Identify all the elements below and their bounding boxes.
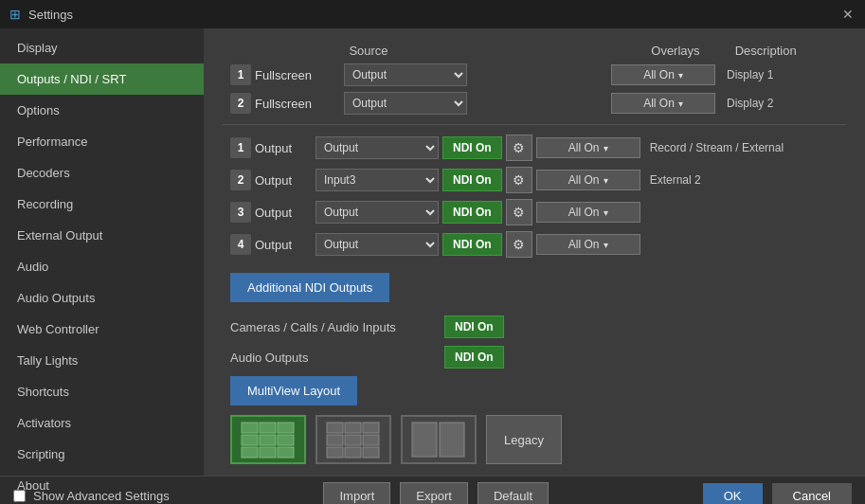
svg-rect-19 bbox=[440, 423, 464, 457]
layout-option-2[interactable] bbox=[315, 415, 391, 464]
chevron-down-icon: ▾ bbox=[604, 143, 608, 153]
svg-rect-6 bbox=[242, 447, 258, 458]
ok-button[interactable]: OK bbox=[703, 483, 763, 504]
output-2-source[interactable]: OutputInput1Input2Input3 bbox=[315, 169, 439, 191]
sidebar-item-tally-lights[interactable]: Tally Lights bbox=[0, 345, 204, 376]
layout-option-1[interactable] bbox=[230, 415, 306, 464]
svg-rect-18 bbox=[412, 423, 437, 457]
main-container: Display Outputs / NDI / SRT Options Perf… bbox=[0, 28, 865, 476]
description-header: Description bbox=[735, 44, 846, 58]
source-header: Source bbox=[349, 44, 478, 58]
fullscreen-1-desc: Display 1 bbox=[719, 68, 773, 81]
close-button[interactable]: ✕ bbox=[840, 7, 856, 22]
sidebar-item-scripting[interactable]: Scripting bbox=[0, 439, 204, 470]
output-1-label: Output bbox=[255, 141, 312, 155]
chevron-down-icon: ▾ bbox=[604, 207, 608, 218]
chevron-down-icon: ▾ bbox=[604, 175, 608, 186]
output-1-overlay[interactable]: All On ▾ bbox=[536, 137, 640, 158]
divider-1 bbox=[223, 124, 846, 125]
output-1-ndi-button[interactable]: NDI On bbox=[442, 136, 502, 159]
svg-rect-15 bbox=[327, 447, 343, 458]
svg-rect-12 bbox=[327, 435, 343, 445]
output-4-gear-button[interactable]: ⚙ bbox=[506, 231, 532, 258]
layout-grid-3x3-icon bbox=[240, 421, 297, 459]
content-area: Source Overlays Description 1 Fullscreen… bbox=[204, 28, 865, 476]
sidebar-item-options[interactable]: Options bbox=[0, 95, 204, 126]
bottom-left: Show Advanced Settings bbox=[13, 489, 170, 503]
output-3-num: 3 bbox=[230, 202, 251, 223]
output-4-overlay[interactable]: All On ▾ bbox=[536, 234, 640, 255]
output-1-desc: Record / Stream / External bbox=[644, 141, 784, 154]
sidebar-item-shortcuts[interactable]: Shortcuts bbox=[0, 376, 204, 407]
output-3-ndi-button[interactable]: NDI On bbox=[442, 201, 502, 224]
additional-ndi-button[interactable]: Additional NDI Outputs bbox=[230, 273, 389, 302]
svg-rect-2 bbox=[278, 423, 294, 433]
camera-audio-row: Cameras / Calls / Audio Inputs NDI On bbox=[223, 315, 846, 338]
sidebar-item-performance[interactable]: Performance bbox=[0, 126, 204, 157]
sidebar-item-recording[interactable]: Recording bbox=[0, 189, 204, 220]
chevron-down-icon: ▾ bbox=[678, 70, 683, 81]
output-2-overlay[interactable]: All On ▾ bbox=[536, 170, 640, 190]
audio-outputs-ndi-button[interactable]: NDI On bbox=[444, 346, 504, 369]
cancel-button[interactable]: Cancel bbox=[772, 483, 852, 504]
sidebar-item-audio[interactable]: Audio bbox=[0, 251, 204, 282]
window-title: Settings bbox=[28, 8, 73, 22]
audio-outputs-row: Audio Outputs NDI On bbox=[223, 346, 846, 369]
svg-rect-5 bbox=[278, 435, 294, 445]
output-2-ndi-button[interactable]: NDI On bbox=[442, 169, 502, 191]
camera-audio-label: Cameras / Calls / Audio Inputs bbox=[230, 320, 429, 334]
fullscreen-2-desc: Display 2 bbox=[719, 97, 773, 110]
export-button[interactable]: Export bbox=[400, 482, 468, 504]
multiview-section: MultiView Layout bbox=[223, 376, 846, 476]
audio-outputs-label: Audio Outputs bbox=[230, 351, 429, 365]
layout-option-3[interactable] bbox=[401, 415, 477, 464]
overlays-header: Overlays bbox=[620, 44, 730, 58]
fullscreen-1-overlay[interactable]: All On ▾ bbox=[611, 64, 715, 85]
sidebar-item-activators[interactable]: Activators bbox=[0, 407, 204, 439]
fullscreen-2-overlay[interactable]: All On ▾ bbox=[611, 93, 715, 114]
fullscreen-1-label: Fullscreen bbox=[255, 68, 340, 82]
output-2-desc: External 2 bbox=[644, 173, 701, 187]
layout-2col-icon bbox=[410, 421, 467, 459]
output-1-num: 1 bbox=[230, 137, 251, 158]
multiview-layout-button[interactable]: MultiView Layout bbox=[230, 376, 357, 405]
camera-audio-ndi-button[interactable]: NDI On bbox=[444, 315, 504, 338]
svg-rect-3 bbox=[242, 435, 258, 445]
sidebar-item-display[interactable]: Display bbox=[0, 32, 204, 63]
svg-rect-7 bbox=[260, 447, 276, 458]
sidebar-item-audio-outputs[interactable]: Audio Outputs bbox=[0, 282, 204, 314]
sidebar-item-external-output[interactable]: External Output bbox=[0, 220, 204, 251]
layout-grid-icon bbox=[325, 421, 382, 459]
output-1-source[interactable]: OutputInput1Input2Input3 bbox=[315, 136, 439, 159]
layout-legacy-button[interactable]: Legacy bbox=[486, 415, 562, 464]
sidebar-item-web-controller[interactable]: Web Controller bbox=[0, 314, 204, 345]
output-3-overlay[interactable]: All On ▾ bbox=[536, 202, 640, 223]
show-advanced-label[interactable]: Show Advanced Settings bbox=[33, 489, 170, 503]
import-button[interactable]: Import bbox=[323, 482, 390, 504]
svg-rect-9 bbox=[327, 423, 343, 433]
output-3-gear-button[interactable]: ⚙ bbox=[506, 199, 532, 225]
fullscreen-2-label: Fullscreen bbox=[255, 97, 340, 111]
output-1-gear-button[interactable]: ⚙ bbox=[506, 135, 532, 161]
sidebar-item-outputs-ndi-srt[interactable]: Outputs / NDI / SRT bbox=[0, 63, 204, 95]
output-4-ndi-button[interactable]: NDI On bbox=[442, 233, 502, 256]
multiview-layouts: Legacy bbox=[230, 415, 846, 464]
default-button[interactable]: Default bbox=[478, 482, 549, 504]
output-3-source[interactable]: OutputInput1Input2Input3 bbox=[315, 201, 439, 224]
output-3-label: Output bbox=[255, 206, 312, 220]
fullscreen-1-num: 1 bbox=[230, 64, 251, 85]
svg-rect-16 bbox=[345, 447, 361, 458]
svg-rect-1 bbox=[260, 423, 276, 433]
svg-rect-17 bbox=[363, 447, 379, 458]
output-4-num: 4 bbox=[230, 234, 251, 255]
show-advanced-checkbox[interactable] bbox=[13, 490, 26, 502]
sidebar-item-decoders[interactable]: Decoders bbox=[0, 157, 204, 189]
fullscreen-1-source[interactable]: OutputInput1Input2Input3 bbox=[344, 63, 467, 86]
bottom-right: OK Cancel bbox=[703, 483, 852, 504]
output-4-source[interactable]: OutputInput1Input2Input3 bbox=[315, 233, 439, 256]
output-2-gear-button[interactable]: ⚙ bbox=[506, 167, 532, 193]
output-2-label: Output bbox=[255, 173, 312, 188]
app-icon: ⊞ bbox=[9, 7, 21, 22]
output-4-label: Output bbox=[255, 238, 312, 252]
fullscreen-2-source[interactable]: OutputInput1Input2Input3 bbox=[344, 92, 467, 115]
